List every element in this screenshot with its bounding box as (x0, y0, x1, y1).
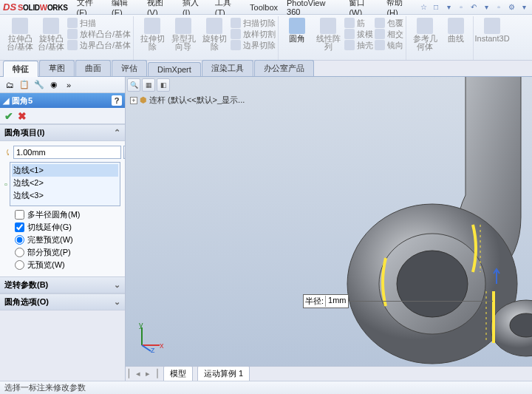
radius-icon: ⤹ (4, 148, 11, 157)
radius-callout[interactable]: 半径: 1mm (303, 294, 493, 308)
qat-open-icon[interactable]: □ (431, 2, 441, 13)
graphics-viewport[interactable]: 🔍 ▦ ◧ + ⬢ 连杆 (默认<<默认>_显示... (126, 77, 532, 381)
feature-manager-panel: 🗂 📋 🔧 ◉ » ◢ 圆角5 ? ✔ ✖ 圆角项目(I)⌃ ⤹ ▲▼ (0, 77, 126, 381)
vp-zoom-icon[interactable]: 🔍 (127, 78, 140, 92)
ribbon-group-features: 圆角 线性阵 列 筋 拔模 抽壳 包覆 相交 镜向 (280, 16, 406, 60)
tab-office[interactable]: 办公室产品 (254, 60, 314, 76)
ribbon-group-instant3d: Instant3D (475, 16, 509, 60)
hole-wizard-button[interactable]: 异型孔 向导 (168, 18, 198, 51)
fm-tab-property-icon[interactable]: 📋 (18, 78, 31, 92)
draft-button[interactable]: 拔模 (344, 29, 373, 39)
pm-section-reverse-header[interactable]: 逆转参数(B)⌄ (0, 276, 125, 293)
qat-new-icon[interactable]: ☆ (418, 2, 429, 13)
wrap-button[interactable]: 包覆 (375, 18, 403, 28)
chevron-down-icon: ⌄ (114, 280, 120, 290)
pm-section-items-header[interactable]: 圆角项目(I)⌃ (0, 124, 125, 141)
tab-evaluate[interactable]: 评估 (112, 60, 147, 76)
list-item[interactable]: 边线<1> (12, 164, 118, 177)
pm-ok-button[interactable]: ✔ (4, 110, 13, 122)
callout-value[interactable]: 1mm (325, 296, 346, 307)
full-preview-radio[interactable]: 完整预览(W) (15, 234, 120, 245)
svg-text:z: z (151, 345, 155, 353)
vp-view-icon[interactable]: ▦ (142, 78, 155, 92)
svg-text:x: x (160, 341, 164, 350)
fm-tab-display-icon[interactable]: ◉ (47, 78, 61, 92)
loft-cut-button[interactable]: 放样切割 (231, 29, 276, 39)
vp-section-icon[interactable]: ◧ (157, 78, 170, 92)
doc-tab-motion[interactable]: 运动算例 1 (197, 366, 250, 381)
multi-radius-checkbox[interactable]: 多半径圆角(M) (15, 209, 120, 220)
chevron-down-icon: ⌄ (114, 297, 120, 307)
svg-text:y: y (139, 323, 143, 329)
ribbon-group-boss: 拉伸凸 台/基体 旋转凸 台/基体 扫描 放样凸台/基体 边界凸台/基体 (3, 16, 134, 60)
extrude-cut-button[interactable]: 拉伸切 除 (137, 18, 167, 51)
work-area: 🗂 📋 🔧 ◉ » ◢ 圆角5 ? ✔ ✖ 圆角项目(I)⌃ ⤹ ▲▼ (0, 77, 532, 381)
orientation-triad[interactable]: y x z (134, 323, 164, 353)
extrude-boss-button[interactable]: 拉伸凸 台/基体 (5, 18, 35, 51)
intersect-button[interactable]: 相交 (375, 29, 403, 39)
sweep-cut-button[interactable]: 扫描切除 (231, 18, 276, 28)
radius-spinner[interactable]: ▲▼ (123, 146, 125, 159)
tangent-prop-checkbox[interactable]: 切线延伸(G) (15, 222, 120, 233)
tab-render[interactable]: 渲染工具 (202, 60, 253, 76)
tab-sketch[interactable]: 草图 (39, 60, 75, 76)
flyout-tree[interactable]: + ⬢ 连杆 (默认<<默认>_显示... (130, 95, 245, 106)
no-preview-radio[interactable]: 无预览(W) (15, 259, 120, 271)
pm-section-items-body: ⤹ ▲▼ ▫ 边线<1> 边线<2> 边线<3> 多半径圆角(M) 切线延伸(G… (0, 141, 125, 276)
qat-undo-icon[interactable]: ↶ (468, 2, 479, 13)
loft-boss-button[interactable]: 放样凸台/基体 (67, 29, 131, 39)
fm-tab-more-icon[interactable]: » (62, 78, 75, 92)
shell-button[interactable]: 抽壳 (344, 40, 373, 50)
list-item[interactable]: 边线<3> (12, 189, 118, 202)
list-item[interactable]: 边线<2> (12, 177, 118, 189)
expand-icon[interactable]: + (130, 97, 137, 104)
fillet-icon: ◢ (3, 96, 9, 106)
edge-selection-list[interactable]: 边线<1> 边线<2> 边线<3> (10, 162, 120, 206)
qat-save-icon[interactable]: ▾ (443, 2, 454, 13)
fillet-button[interactable]: 圆角 (282, 18, 312, 51)
document-tab-bar: ▏◂ ▸▕ 模型 运动算例 1 (126, 366, 532, 381)
tab-surface[interactable]: 曲面 (75, 60, 111, 76)
qat-print-icon[interactable]: ▫ (456, 2, 466, 13)
fm-tab-config-icon[interactable]: 🔧 (33, 78, 46, 92)
boundary-cut-button[interactable]: 边界切除 (231, 40, 276, 50)
app-name: SOLIDWORKS (18, 3, 68, 12)
tab-dimxpert[interactable]: DimXpert (148, 62, 201, 76)
sweep-boss-button[interactable]: 扫描 (67, 18, 131, 28)
callout-leader (349, 301, 493, 302)
ribbon-group-cut: 拉伸切 除 异型孔 向导 旋转切 除 扫描切除 放样切割 边界切除 (135, 16, 279, 60)
fm-tab-strip: 🗂 📋 🔧 ◉ » (0, 77, 125, 93)
pm-cancel-button[interactable]: ✖ (18, 110, 27, 122)
quick-access-toolbar: ☆ □ ▾ ▫ ↶ ▾ ▫ ⚙ ▾ (418, 2, 529, 13)
instant3d-button[interactable]: Instant3D (477, 18, 507, 43)
partial-preview-radio[interactable]: 部分预览(P) (15, 247, 120, 258)
tab-features[interactable]: 特征 (3, 61, 38, 77)
ref-geometry-button[interactable]: 参考几 何体 (410, 18, 440, 51)
qat-rebuild-icon[interactable]: ▫ (494, 2, 504, 13)
part-model (229, 77, 532, 381)
app-logo: DS SOLIDWORKS (3, 1, 68, 13)
revolve-cut-button[interactable]: 旋转切 除 (200, 18, 229, 51)
doc-nav-buttons[interactable]: ▏◂ ▸▕ (129, 369, 159, 378)
pm-section-options-header[interactable]: 圆角选项(O)⌄ (0, 293, 125, 310)
rib-button[interactable]: 筋 (344, 18, 373, 28)
revolve-boss-button[interactable]: 旋转凸 台/基体 (36, 18, 66, 51)
fm-tab-tree-icon[interactable]: 🗂 (3, 78, 16, 92)
linear-pattern-button[interactable]: 线性阵 列 (313, 18, 343, 51)
ribbon: 拉伸凸 台/基体 旋转凸 台/基体 扫描 放样凸台/基体 边界凸台/基体 拉伸切… (0, 15, 532, 61)
qat-more-icon[interactable]: ▾ (519, 2, 529, 13)
pm-help-button[interactable]: ? (112, 95, 122, 106)
curves-button[interactable]: 曲线 (441, 18, 471, 51)
menu-bar: DS SOLIDWORKS 文件(F) 编辑(E) 视图(V) 插入(I) 工具… (0, 0, 532, 15)
edge-select-icon: ▫ (4, 180, 7, 188)
pm-confirm-bar: ✔ ✖ (0, 108, 125, 124)
doc-tab-model[interactable]: 模型 (163, 366, 193, 381)
ribbon-group-reference: 参考几 何体 曲线 (408, 16, 474, 60)
chevron-up-icon: ⌃ (114, 128, 120, 137)
mirror-button[interactable]: 镜向 (375, 40, 403, 50)
boundary-boss-button[interactable]: 边界凸台/基体 (67, 40, 131, 50)
menu-toolbox[interactable]: Toolbox (245, 1, 282, 13)
qat-redo-icon[interactable]: ▾ (481, 2, 491, 13)
radius-input[interactable] (13, 146, 121, 159)
qat-options-icon[interactable]: ⚙ (506, 2, 516, 13)
